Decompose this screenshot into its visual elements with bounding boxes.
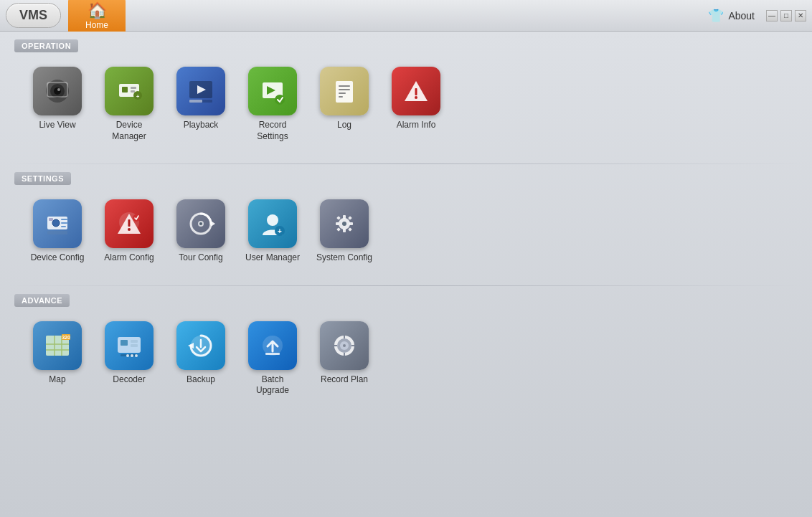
svg-point-24 — [415, 96, 417, 99]
svg-rect-61 — [131, 340, 138, 343]
svg-text:+: + — [278, 227, 282, 235]
svg-point-2 — [54, 87, 61, 95]
item-log[interactable]: Log — [316, 67, 373, 142]
label-user-manager: User Manager — [245, 252, 300, 264]
icon-alarm-info — [392, 67, 440, 115]
svg-rect-49 — [348, 227, 352, 232]
icon-device-manager: + — [105, 67, 154, 115]
icon-alarm-config — [105, 199, 154, 248]
home-icon: 🏠 — [88, 3, 107, 19]
svg-rect-19 — [339, 85, 350, 87]
svg-text:+: + — [136, 93, 140, 100]
item-device-manager[interactable]: + Device Manager — [100, 67, 158, 142]
window-controls: — □ ✕ — [766, 10, 806, 22]
svg-rect-42 — [343, 215, 346, 219]
item-backup[interactable]: Backup — [172, 321, 230, 397]
label-system-config: System Config — [316, 252, 372, 264]
icon-system-config — [320, 199, 369, 248]
item-live-view[interactable]: Live View — [29, 67, 86, 142]
label-backup: Backup — [187, 374, 215, 386]
about-label[interactable]: About — [728, 10, 755, 22]
item-system-config[interactable]: System Config — [316, 199, 373, 264]
label-batch-upgrade: Batch Upgrade — [244, 374, 301, 397]
settings-grid: Device Config Alarm Config — [14, 192, 798, 271]
section-label-advance: ADVANCE — [14, 294, 70, 307]
label-device-config: Device Config — [31, 252, 85, 264]
section-settings: SETTINGS Device Config — [0, 164, 812, 285]
item-record-settings[interactable]: Record Settings — [244, 67, 301, 142]
svg-rect-45 — [349, 222, 353, 225]
svg-rect-21 — [339, 93, 346, 94]
label-log: Log — [337, 120, 351, 131]
icon-record-plan — [320, 321, 369, 370]
maximize-button[interactable]: □ — [780, 10, 792, 22]
icon-batch-upgrade — [248, 321, 297, 370]
svg-rect-6 — [122, 87, 128, 93]
label-record-settings: Record Settings — [244, 120, 301, 142]
icon-log — [320, 67, 369, 115]
svg-point-26 — [52, 219, 60, 227]
item-alarm-info[interactable]: Alarm Info — [387, 67, 445, 142]
svg-point-37 — [267, 214, 278, 226]
svg-rect-60 — [121, 340, 128, 346]
label-decoder: Decoder — [113, 374, 145, 386]
label-alarm-info: Alarm Info — [397, 120, 436, 131]
icon-record-settings — [248, 67, 297, 115]
item-record-plan[interactable]: Record Plan — [316, 321, 373, 397]
icon-map: 320 — [33, 321, 82, 370]
icon-device-config — [33, 199, 82, 248]
icon-backup — [176, 321, 225, 370]
svg-rect-23 — [415, 88, 417, 95]
operation-grid: Live View + Device Manager — [14, 60, 798, 149]
svg-rect-18 — [336, 81, 353, 103]
svg-rect-14 — [189, 100, 202, 103]
svg-rect-48 — [336, 227, 341, 232]
label-tour-config: Tour Config — [179, 252, 222, 264]
minimize-button[interactable]: — — [766, 10, 778, 22]
icon-tour-config — [176, 199, 225, 248]
section-advance: ADVANCE 320 Map — [0, 286, 812, 418]
vms-logo: VMS — [6, 3, 61, 28]
icon-decoder — [105, 321, 154, 370]
svg-rect-70 — [265, 353, 280, 355]
section-operation: OPERATION Live View — [0, 32, 812, 163]
close-button[interactable]: ✕ — [795, 10, 806, 22]
advance-grid: 320 Map — [14, 314, 798, 404]
label-live-view: Live View — [39, 120, 75, 131]
item-decoder[interactable]: Decoder — [100, 321, 158, 397]
home-tab-label: Home — [85, 20, 108, 30]
svg-point-3 — [57, 88, 60, 91]
icon-playback — [176, 67, 225, 115]
svg-rect-47 — [348, 216, 352, 220]
item-user-manager[interactable]: + User Manager — [244, 199, 301, 264]
svg-rect-20 — [339, 89, 350, 90]
label-alarm-config: Alarm Config — [104, 252, 154, 264]
svg-rect-22 — [339, 96, 343, 98]
svg-point-41 — [342, 222, 346, 226]
svg-point-65 — [131, 354, 133, 357]
item-batch-upgrade[interactable]: Batch Upgrade — [244, 321, 301, 397]
item-alarm-config[interactable]: Alarm Config — [100, 199, 158, 264]
svg-point-66 — [126, 354, 129, 357]
label-device-manager: Device Manager — [100, 120, 158, 142]
svg-rect-28 — [47, 231, 67, 234]
item-playback[interactable]: Playback — [172, 67, 230, 142]
item-tour-config[interactable]: Tour Config — [172, 199, 230, 264]
label-playback: Playback — [184, 120, 219, 131]
svg-point-17 — [275, 95, 285, 105]
home-tab[interactable]: 🏠 Home — [68, 0, 126, 36]
svg-rect-27 — [49, 218, 53, 221]
label-record-plan: Record Plan — [321, 374, 368, 386]
item-map[interactable]: 320 Map — [29, 321, 86, 397]
svg-marker-34 — [211, 221, 215, 227]
title-bar: VMS 🏠 Home 👕 About — □ ✕ — [0, 0, 812, 32]
svg-rect-46 — [336, 216, 341, 220]
svg-point-74 — [343, 344, 346, 347]
about-area: 👕 About — [708, 8, 755, 24]
svg-point-36 — [199, 222, 202, 225]
item-device-config[interactable]: Device Config — [29, 199, 86, 264]
svg-point-64 — [135, 354, 138, 357]
svg-rect-7 — [131, 87, 136, 89]
section-label-settings: SETTINGS — [14, 172, 71, 185]
section-label-operation: OPERATION — [14, 39, 78, 52]
